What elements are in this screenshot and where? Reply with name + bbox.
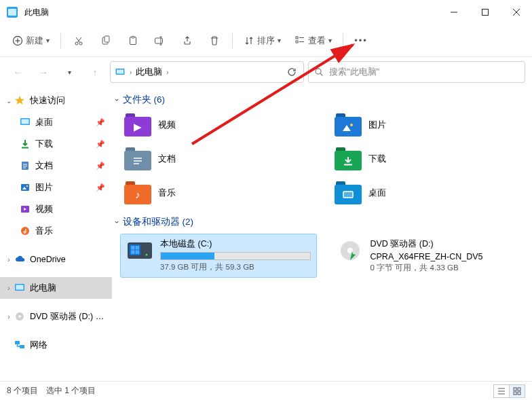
svg-rect-12 <box>104 36 109 42</box>
sidebar-videos[interactable]: 视频 <box>0 198 112 220</box>
folder-documents[interactable]: 文档 <box>120 145 317 172</box>
folder-videos[interactable]: ▶ 视频 <box>120 111 317 139</box>
forward-button[interactable]: → <box>33 61 54 83</box>
new-button[interactable]: 新建 ▾ <box>5 29 56 53</box>
section-folders[interactable]: › 文件夹 (6) <box>116 94 527 106</box>
view-button[interactable]: 查看 ▾ <box>288 29 339 53</box>
chevron-down-icon: ▾ <box>46 37 50 44</box>
sidebar-onedrive[interactable]: › OneDrive <box>0 249 112 270</box>
video-icon <box>19 204 31 214</box>
maximize-button[interactable] <box>470 1 501 23</box>
sidebar-dvd[interactable]: › DVD 驱动器 (D:) CPRA_X64FRE_ZH-CN_DV5 <box>0 306 112 327</box>
up-button[interactable]: ↑ <box>84 61 106 83</box>
sidebar-this-pc[interactable]: › 此电脑 <box>0 277 112 299</box>
svg-point-25 <box>316 69 321 74</box>
cut-button[interactable] <box>65 29 92 53</box>
copy-icon <box>100 35 111 46</box>
monitor-icon <box>19 117 31 127</box>
svg-point-44 <box>18 315 21 318</box>
star-icon <box>14 95 26 106</box>
svg-point-37 <box>26 185 28 187</box>
svg-rect-42 <box>16 285 24 290</box>
pin-icon: 📌 <box>96 162 105 170</box>
svg-point-48 <box>350 124 353 126</box>
svg-rect-53 <box>343 192 353 198</box>
rename-button[interactable] <box>147 29 174 53</box>
more-button[interactable]: ••• <box>347 29 375 53</box>
drive-d[interactable]: DVD 驱动器 (D:) CPRA_X64FRE_ZH-CN_DV5 0 字节 … <box>330 234 527 278</box>
drive-c[interactable]: 本地磁盘 (C:) 37.9 GB 可用，共 59.3 GB <box>120 234 317 278</box>
close-button[interactable] <box>501 1 532 23</box>
monitor-icon <box>7 7 18 18</box>
drive-d-meta: 0 字节 可用，共 4.33 GB <box>370 263 521 273</box>
drive-d-name: DVD 驱动器 (D:) <box>370 238 521 250</box>
chevron-down-icon: › <box>113 221 121 223</box>
chevron-right-icon: › <box>4 313 14 321</box>
plus-circle-icon <box>12 35 23 46</box>
address-bar[interactable]: › 此电脑 › <box>110 61 304 83</box>
svg-rect-29 <box>22 120 29 124</box>
main-content: › 文件夹 (6) ▶ 视频 图片 文档 下载 ♪ 音乐 <box>112 87 532 381</box>
status-bar: 8 个项目 选中 1 个项目 <box>0 381 532 400</box>
folder-downloads[interactable]: 下载 <box>330 145 527 172</box>
svg-rect-45 <box>15 341 20 344</box>
svg-rect-14 <box>132 36 134 38</box>
svg-rect-70 <box>518 392 520 395</box>
drive-d-sub: CPRA_X64FRE_ZH-CN_DV5 <box>370 252 521 261</box>
sidebar-pictures[interactable]: 图片 📌 <box>0 177 112 198</box>
sidebar-music[interactable]: 音乐 <box>0 220 112 242</box>
share-icon <box>182 35 193 46</box>
details-view-button[interactable] <box>493 384 510 398</box>
rename-icon <box>154 35 166 46</box>
svg-rect-46 <box>20 345 24 348</box>
sidebar-documents[interactable]: 文档 📌 <box>0 155 112 177</box>
share-button[interactable] <box>174 29 201 53</box>
chevron-right-icon: › <box>166 69 168 76</box>
dvd-drive-icon <box>337 238 364 263</box>
minimize-button[interactable] <box>438 1 470 23</box>
paste-button[interactable] <box>119 29 147 53</box>
folder-music[interactable]: ♪ 音乐 <box>120 179 317 206</box>
svg-rect-1 <box>482 10 489 16</box>
folder-video-icon: ▶ <box>124 113 151 137</box>
status-selected: 选中 1 个项目 <box>46 385 96 397</box>
sidebar-desktop[interactable]: 桌面 📌 <box>0 111 112 133</box>
chevron-right-icon: › <box>130 69 132 76</box>
back-button[interactable]: ← <box>7 61 28 83</box>
title-bar: 此电脑 <box>0 0 532 24</box>
sidebar-network[interactable]: › 网络 <box>0 334 112 356</box>
folder-desktop[interactable]: 桌面 <box>330 179 527 206</box>
svg-rect-19 <box>296 37 298 39</box>
recent-button[interactable]: ▾ <box>58 61 80 83</box>
sort-button[interactable]: 排序 ▾ <box>237 29 288 53</box>
chevron-down-icon: ▾ <box>328 37 332 44</box>
view-icon <box>294 35 305 46</box>
disc-icon <box>14 312 26 321</box>
pin-icon: 📌 <box>96 140 105 149</box>
svg-rect-68 <box>518 388 520 390</box>
sidebar-quick-access[interactable]: ⌄ 快速访问 <box>0 90 112 111</box>
delete-button[interactable] <box>201 29 228 53</box>
svg-rect-57 <box>131 246 135 250</box>
svg-rect-15 <box>155 38 163 43</box>
cloud-icon <box>14 255 26 263</box>
monitor-icon <box>14 283 26 293</box>
search-box[interactable]: 搜索"此电脑" <box>308 61 525 83</box>
clipboard-icon <box>128 35 138 46</box>
network-icon <box>14 340 26 350</box>
svg-point-8 <box>79 42 82 45</box>
pin-icon: 📌 <box>96 183 105 192</box>
document-icon <box>19 161 31 170</box>
icons-view-button[interactable] <box>509 384 525 398</box>
breadcrumb-root[interactable]: 此电脑 <box>136 66 162 78</box>
folder-pictures[interactable]: 图片 <box>330 111 527 139</box>
drive-c-name: 本地磁盘 (C:) <box>160 238 311 250</box>
svg-rect-59 <box>131 251 135 255</box>
copy-button[interactable] <box>92 29 119 53</box>
download-icon <box>19 139 31 149</box>
monitor-icon <box>115 67 126 77</box>
sidebar-downloads[interactable]: 下载 📌 <box>0 133 112 155</box>
refresh-button[interactable] <box>284 67 299 77</box>
section-drives[interactable]: › 设备和驱动器 (2) <box>116 216 527 228</box>
navigation-row: ← → ▾ ↑ › 此电脑 › 搜索"此电脑" <box>0 57 532 87</box>
